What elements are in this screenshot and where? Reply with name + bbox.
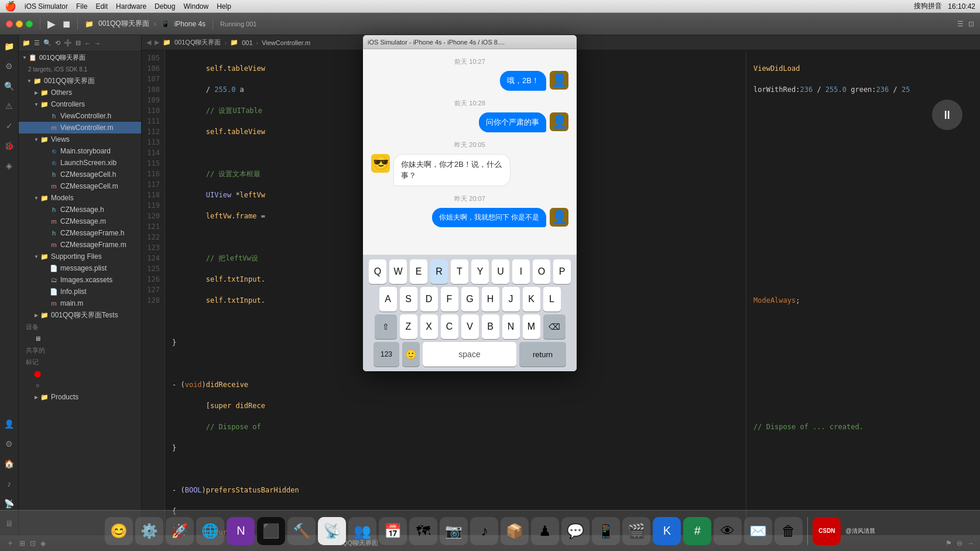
nav-test-icon[interactable]: ✓: [4, 119, 15, 132]
dock-item-chess[interactable]: ♟: [531, 517, 559, 545]
breadcrumb-folder[interactable]: 001: [242, 39, 252, 46]
breadcrumb-file[interactable]: ViewController.m: [262, 39, 310, 46]
key-t[interactable]: T: [451, 259, 468, 284]
tree-item-czmessage-h[interactable]: h CZMessage.h: [19, 204, 141, 215]
key-space[interactable]: space: [423, 342, 516, 367]
tree-item-info-plist[interactable]: 📄 Info.plist: [19, 286, 141, 297]
close-button[interactable]: [6, 20, 13, 28]
tree-item-czmessageframe-h[interactable]: h CZMessageFrame.h: [19, 227, 141, 239]
nav-network-icon[interactable]: 📡: [2, 497, 16, 510]
key-c[interactable]: C: [441, 314, 458, 339]
dock-item-finder[interactable]: 😊: [105, 517, 133, 545]
dock-item-numbers[interactable]: #: [683, 517, 711, 545]
ft-filter-icon[interactable]: ⟲: [55, 39, 60, 47]
dock-item-settings[interactable]: ⚙️: [135, 517, 163, 545]
ft-add-icon[interactable]: ➕: [64, 39, 72, 47]
layout-toggle[interactable]: ⊡: [968, 20, 974, 28]
tree-item-models[interactable]: ▼ 📁 Models: [19, 192, 141, 204]
dock-item-appstore[interactable]: 📦: [501, 517, 529, 545]
ft-forward-icon[interactable]: →: [94, 40, 101, 47]
key-return[interactable]: return: [519, 342, 566, 367]
menu-debug[interactable]: Debug: [155, 2, 175, 11]
run-button[interactable]: ▶: [47, 18, 56, 30]
maximize-button[interactable]: [26, 20, 33, 28]
key-b[interactable]: B: [482, 314, 499, 339]
tree-item-bookmark-circle[interactable]: ○: [19, 379, 141, 391]
ft-hierarchy-icon[interactable]: ☰: [34, 39, 40, 47]
tree-item-device-item[interactable]: 🖥: [19, 333, 141, 344]
menu-help[interactable]: Help: [217, 2, 231, 11]
tree-item-group-main[interactable]: ▼ 📁 001QQ聊天界面: [19, 75, 141, 87]
nav-share-icon[interactable]: 🏠: [2, 457, 16, 470]
tree-item-others[interactable]: ▶ 📁 Others: [19, 87, 141, 98]
tree-item-bookmark-dot[interactable]: ⬤: [19, 368, 141, 379]
tree-item-tests[interactable]: ▶ 📁 001QQ聊天界面Tests: [19, 309, 141, 321]
key-shift[interactable]: ⇧: [375, 314, 397, 339]
dock-item-filezilla[interactable]: 📡: [318, 517, 346, 545]
key-emoji[interactable]: 🙂: [402, 342, 420, 367]
key-y[interactable]: Y: [471, 259, 489, 284]
tree-item-main-storyboard[interactable]: ⎋ Main.storyboard: [19, 145, 141, 157]
key-j[interactable]: J: [502, 287, 520, 312]
dock-item-photo[interactable]: 📷: [440, 517, 468, 545]
breadcrumb-project[interactable]: 001QQ聊天界面: [174, 38, 221, 47]
key-g[interactable]: G: [461, 287, 479, 312]
key-v[interactable]: V: [461, 314, 479, 339]
ft-folder-icon[interactable]: 📁: [22, 39, 30, 47]
tree-item-views[interactable]: ▼ 📁 Views: [19, 134, 141, 145]
key-f[interactable]: F: [441, 287, 458, 312]
pause-button[interactable]: ⏸: [932, 100, 962, 130]
key-numbers[interactable]: 123: [374, 342, 399, 367]
key-l[interactable]: L: [543, 287, 561, 312]
dock-item-contacts[interactable]: 👥: [348, 517, 376, 545]
dock-item-music[interactable]: ♪: [470, 517, 498, 545]
minimize-button[interactable]: [16, 20, 23, 28]
nav-settings-icon[interactable]: ⚙: [4, 437, 15, 450]
key-delete[interactable]: ⌫: [543, 314, 566, 339]
key-x[interactable]: X: [420, 314, 438, 339]
key-h[interactable]: H: [482, 287, 499, 312]
nav-file-icon[interactable]: 📁: [2, 40, 16, 53]
tree-item-viewcontroller-h[interactable]: h ViewController.h: [19, 110, 141, 122]
dock-item-maps[interactable]: 🗺: [409, 517, 437, 545]
menu-file[interactable]: File: [76, 2, 87, 11]
key-q[interactable]: Q: [369, 259, 386, 284]
nav-forward-icon[interactable]: ▶: [155, 39, 159, 46]
key-s[interactable]: S: [400, 287, 417, 312]
dock-item-onenote[interactable]: N: [227, 517, 255, 545]
tree-item-czmessagecell-m[interactable]: m CZMessageCell.m: [19, 180, 141, 192]
dock-item-iphone[interactable]: 📱: [592, 517, 620, 545]
dock-item-launchpad[interactable]: 🚀: [166, 517, 194, 545]
stop-button[interactable]: ◼: [63, 18, 70, 29]
nav-music-icon[interactable]: ♪: [5, 477, 13, 490]
view-toggle[interactable]: ☰: [957, 20, 964, 28]
tree-item-main-m[interactable]: m main.m: [19, 297, 141, 309]
menu-hardware[interactable]: Hardware: [116, 2, 146, 11]
tree-item-supporting-files[interactable]: ▼ 📁 Supporting Files: [19, 251, 141, 262]
key-d[interactable]: D: [420, 287, 438, 312]
nav-source-icon[interactable]: ⚙: [4, 60, 15, 73]
dock-item-messages[interactable]: 💬: [561, 517, 590, 545]
dock-item-xcode[interactable]: 🔨: [287, 517, 316, 545]
tree-item-launch-xib[interactable]: ⎋ LaunchScreen.xib: [19, 157, 141, 169]
key-u[interactable]: U: [492, 259, 509, 284]
menu-ios-simulator[interactable]: iOS Simulator: [25, 2, 68, 11]
ft-back-icon[interactable]: ←: [84, 40, 91, 47]
dock-item-keynote[interactable]: K: [653, 517, 681, 545]
key-a[interactable]: A: [379, 287, 397, 312]
tree-item-controllers[interactable]: ▼ 📁 Controllers: [19, 98, 141, 110]
nav-breakpoint-icon[interactable]: ◈: [4, 159, 14, 172]
nav-warning-icon[interactable]: ⚠: [4, 100, 15, 112]
dock-item-preview[interactable]: 👁: [714, 517, 742, 545]
key-w[interactable]: W: [389, 259, 407, 284]
dock-item-safari[interactable]: 🌐: [196, 517, 224, 545]
apple-menu[interactable]: 🍎: [5, 1, 16, 12]
tree-item-czmessage-m[interactable]: m CZMessage.m: [19, 215, 141, 227]
tree-item-czmessagecell-h[interactable]: h CZMessageCell.h: [19, 169, 141, 180]
tree-item-czmessageframe-m[interactable]: m CZMessageFrame.m: [19, 239, 141, 251]
menu-edit[interactable]: Edit: [95, 2, 108, 11]
dock-item-calendar[interactable]: 📅: [379, 517, 407, 545]
dock-item-movie[interactable]: 🎬: [622, 517, 650, 545]
ft-minus-icon[interactable]: ⊟: [76, 39, 81, 47]
dock-item-csdn[interactable]: CSDN: [813, 517, 841, 545]
